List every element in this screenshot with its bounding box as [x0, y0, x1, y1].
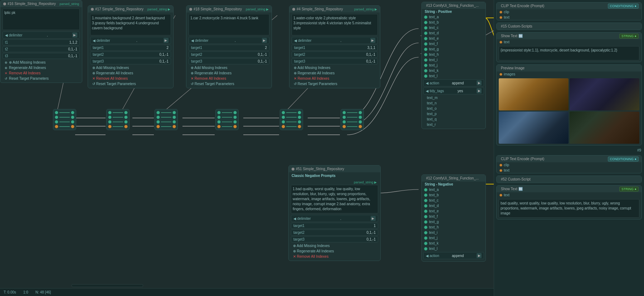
cn1-row4 — [55, 125, 74, 128]
bg-delimiter-arrow[interactable]: ▶ — [164, 38, 169, 43]
clip-pos-clip-port — [499, 11, 502, 14]
cn-remove-btn[interactable]: ✕ Remove All Indexes — [291, 254, 378, 259]
veh-t3-row[interactable]: target3 0,1,-1 — [189, 58, 269, 64]
sty-t2-row[interactable]: target2 0,1,-1 — [292, 51, 378, 58]
sty-add-btn[interactable]: ⊕ Add Missing Indexes — [292, 65, 378, 70]
veh-remove-btn[interactable]: ✕ Remove All Indexes — [189, 76, 269, 81]
left-t3-row[interactable]: t3 0,1,-1 — [3, 53, 80, 59]
fn-pos-tidy-arrow[interactable]: ▶ — [477, 88, 482, 93]
st-neg-text-port-area: text — [499, 193, 509, 197]
cn2-row3 — [108, 120, 128, 124]
cn5-p3 — [282, 115, 285, 119]
fn-neg-ta: text_a — [422, 187, 486, 192]
cn-t1-row[interactable]: target1 1 — [291, 223, 378, 229]
fn-positive-node: #13 ComfyUi_String_Function_... String -… — [421, 2, 486, 129]
veh-t2-row[interactable]: target2 0,1,-1 — [189, 51, 269, 58]
left-delimiter-value: . — [47, 33, 48, 37]
cn-delimiter-row[interactable]: ◀ delimiter . ▶ — [291, 215, 378, 222]
left-reset-btn[interactable]: ↺Reset Target Parameters — [3, 76, 80, 81]
bg-reset-btn[interactable]: ↺ Reset Target Parameters — [90, 81, 171, 87]
fn-neg-ti-port — [424, 231, 428, 235]
sty-remove-btn[interactable]: ✕ Remove All Indexes — [292, 76, 378, 81]
cn3-p2 — [172, 111, 176, 114]
fn-neg-action-arrow[interactable]: ▶ — [477, 253, 482, 258]
bg-t1-row[interactable]: target1 2 — [90, 45, 171, 51]
left-t2-row[interactable]: t2 0,1,-1 — [3, 46, 80, 52]
backgrounds-text: 1.mountains background 2.desert backgrou… — [92, 16, 165, 30]
cn2-row2 — [108, 115, 128, 119]
fn-pos-tg: text_g — [422, 46, 486, 52]
fn-neg-tg-port — [424, 220, 428, 224]
show-text-negative-node: Show Text 🔤 STRING ● text bad quality, w… — [496, 185, 642, 219]
veh-delimiter-row[interactable]: ◀ delimiter . ▶ — [189, 37, 269, 44]
sty-delimiter-row[interactable]: ◀ delimiter . ▶ — [292, 37, 378, 44]
clip-neg-clip-label: clip — [504, 163, 509, 167]
sty-delimiter-arrow[interactable]: ▶ — [370, 38, 375, 43]
connector-3 — [155, 109, 178, 130]
st-pos-text-port — [499, 41, 502, 44]
cn-t3-row[interactable]: target3 0,1,-1 — [291, 236, 378, 242]
clip-pos-text-left: text — [499, 15, 509, 19]
bg-delimiter-row[interactable]: ◀ delimiter . ▶ — [90, 37, 171, 44]
classic-neg-content: 1.bad quality, worst quality, low qualit… — [291, 185, 378, 213]
cn-t2-row[interactable]: target2 0,1,-1 — [291, 230, 378, 236]
left-t2-value: 0,1,-1 — [68, 47, 77, 51]
cn-delimiter-label: ◀ delimiter — [293, 217, 311, 221]
left-delimiter-row[interactable]: ◀ delimiter . ▶ — [3, 31, 80, 39]
backgrounds-title: #17 Simple_String_Repository — [95, 7, 143, 11]
status-bar: T: 0.00s 1:0 N: 48 [46] — [0, 288, 494, 296]
bg-t3-row[interactable]: target3 0,1,-1 — [90, 58, 171, 64]
bg-regen-btn[interactable]: ⊕ Regenerate All Indexes — [90, 70, 171, 76]
veh-t1-row[interactable]: target1 2 — [189, 45, 269, 51]
veh-delimiter-arrow[interactable]: ▶ — [262, 38, 267, 43]
clip-positive-node: CLIP Text Encode (Prompt) CONDITIONING ●… — [496, 2, 642, 20]
left-add-btn[interactable]: ⊕⊕ Add Missing Indexes — [3, 60, 80, 65]
veh-regen-btn[interactable]: ⊕ Regenerate All Indexes — [189, 70, 269, 76]
left-delimiter-arrow[interactable]: ▶ — [72, 33, 77, 38]
st-pos-text-label: text — [504, 40, 509, 44]
fn-neg-header: #12 ComfyUi_String_Function_... — [422, 175, 486, 182]
st-neg-text-row: text — [497, 192, 641, 198]
pi-header: Preview Image — [497, 65, 641, 71]
fn-pos-action-arrow[interactable]: ▶ — [477, 80, 482, 85]
vehicle-body: 1.car 2.motorcycle 3.minivan 4.truck 5.t… — [186, 13, 272, 88]
cn1-p2 — [71, 111, 74, 114]
cn5-p7 — [282, 125, 285, 128]
cn3-p5 — [156, 120, 160, 124]
cn-regen-btn[interactable]: ⊕ Regenerate All Indexes — [291, 248, 378, 254]
sty-reset-btn[interactable]: ↺ Reset Target Parameters — [292, 81, 378, 87]
sty-regen-btn[interactable]: ⊕ Regenerate All Indexes — [292, 70, 378, 76]
cn2-p3 — [108, 115, 112, 119]
cn3-p8 — [172, 125, 176, 128]
bg-t2-row[interactable]: target2 0,1,-1 — [90, 51, 171, 58]
veh-reset-btn[interactable]: ↺ Reset Target Parameters — [189, 81, 269, 87]
cn-delimiter-arrow[interactable]: ▶ — [371, 216, 376, 221]
preview-img-1 — [499, 78, 569, 110]
left-regen-btn[interactable]: ⊕Regenerate All Indexes — [3, 65, 80, 70]
fn-pos-tq: text_q — [422, 117, 486, 122]
cn-add-btn[interactable]: ⊕ Add Missing Indexes — [291, 243, 378, 248]
bg-add-btn[interactable]: ⊕ Add Missing Indexes — [90, 65, 171, 70]
clip-pos-clip-label: clip — [504, 10, 509, 14]
fn-neg-te-port — [424, 209, 428, 213]
fn-neg-te: text_e — [422, 208, 486, 214]
st-pos-badge: STRING ● — [619, 34, 639, 38]
left-remove-btn[interactable]: ✕Remove All Indexes — [3, 70, 80, 76]
sty-t1-value: 3,1,1 — [367, 46, 375, 50]
left-t1-row[interactable]: t1 1,1,2 — [3, 39, 80, 45]
fn-pos-tidy-row[interactable]: ◀ tidy_tags yes ▶ — [423, 87, 484, 94]
clip-pos-clip-left: clip — [499, 10, 509, 14]
backgrounds-dot — [91, 8, 94, 11]
veh-add-btn[interactable]: ⊕ Add Missing Indexes — [189, 65, 269, 70]
sty-t3-row[interactable]: target3 0,1,-1 — [292, 58, 378, 64]
fn-pos-action-row[interactable]: ◀ action append ▶ — [423, 79, 484, 87]
st-pos-string-badge: STRING ● — [619, 34, 639, 39]
fn-neg-action-row[interactable]: ◀ action append ▶ — [423, 252, 484, 259]
preview-image-node: Preview Image images — [496, 64, 642, 145]
backgrounds-content: 1.mountains background 2.desert backgrou… — [90, 14, 171, 35]
backgrounds-output: parsed_string ▶ — [147, 8, 170, 11]
pi-images-row: images — [497, 71, 641, 77]
bg-remove-btn[interactable]: ✕ Remove All Indexes — [90, 76, 171, 81]
cn-t2-label: target2 — [293, 231, 304, 235]
sty-t1-row[interactable]: target1 3,1,1 — [292, 45, 378, 51]
